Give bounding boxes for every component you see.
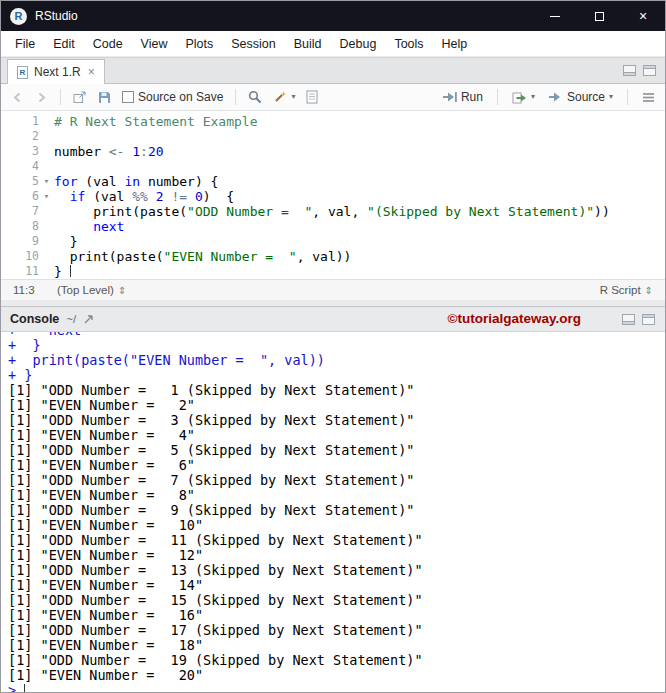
magic-wand-icon (273, 90, 287, 104)
scope-selector[interactable]: (Top Level) ⇕ (57, 284, 126, 296)
line-number: 9 (1, 234, 39, 249)
console-output-line: [1] "EVEN Number = 14" (8, 578, 665, 593)
menu-item-view[interactable]: View (132, 37, 177, 51)
line-number: 3 (1, 144, 39, 159)
editor[interactable]: 1# R Next Statement Example23number <- 1… (1, 111, 665, 279)
menu-item-edit[interactable]: Edit (44, 37, 84, 51)
console-pane: Console ~/ ©tutorialgateway.org + next+ … (1, 306, 665, 692)
line-number: 6 (1, 189, 39, 204)
menu-item-help[interactable]: Help (433, 37, 477, 51)
console-pane-buttons (622, 314, 656, 325)
forward-button[interactable] (32, 89, 51, 106)
console-output-line: [1] "ODD Number = 17 (Skipped by Next St… (8, 623, 665, 638)
code-text: if (val %% 2 != 0) { (54, 189, 234, 204)
toolbar-right-group: Run ▾ Source▾ (439, 88, 658, 106)
tab-close-icon[interactable]: × (88, 65, 95, 79)
code-text: print(paste("EVEN Number = ", val)) (54, 249, 351, 264)
console-input-echo: + } (8, 368, 665, 383)
minimize-button[interactable] (533, 1, 577, 31)
rerun-button[interactable]: ▾ (509, 89, 538, 106)
console-output-line: [1] "EVEN Number = 6" (8, 458, 665, 473)
file-type-selector[interactable]: R Script ⇕ (600, 284, 653, 296)
editor-line-8[interactable]: 8 next (1, 219, 665, 234)
editor-status-bar: 11:3 (Top Level) ⇕ R Script ⇕ (1, 279, 665, 300)
editor-line-11[interactable]: 11} (1, 264, 665, 279)
console-tab-label[interactable]: Console (10, 312, 59, 326)
menu-item-session[interactable]: Session (222, 37, 284, 51)
console-output-line: [1] "EVEN Number = 12" (8, 548, 665, 563)
open-directory-arrow-icon[interactable] (83, 314, 94, 325)
fold-arrow-icon[interactable]: ▾ (39, 189, 54, 204)
editor-line-7[interactable]: 7 print(paste("ODD Number = ", val, "(Sk… (1, 204, 665, 219)
editor-line-1[interactable]: 1# R Next Statement Example (1, 114, 665, 129)
menu-item-code[interactable]: Code (84, 37, 132, 51)
fold-gutter (39, 144, 54, 159)
tab-next1r[interactable]: R Next 1.R × (7, 59, 105, 84)
tab-title: Next 1.R (34, 65, 81, 79)
line-number: 1 (1, 114, 39, 129)
source-tab-strip: R Next 1.R × (1, 57, 665, 84)
popout-icon (73, 91, 87, 104)
editor-line-2[interactable]: 2 (1, 129, 665, 144)
source-on-save-toggle[interactable]: Source on Save (119, 88, 226, 106)
maximize-pane-icon[interactable] (643, 65, 656, 76)
menu-item-tools[interactable]: Tools (385, 37, 432, 51)
fold-arrow-icon[interactable]: ▾ (39, 174, 54, 189)
menu-item-debug[interactable]: Debug (331, 37, 386, 51)
compile-report-button[interactable] (303, 88, 321, 106)
minimize-pane-icon[interactable] (623, 65, 636, 76)
open-in-new-window-button[interactable] (70, 89, 90, 106)
toolbar-separator (60, 89, 61, 105)
menu-item-file[interactable]: File (6, 37, 44, 51)
editor-line-5[interactable]: 5▾for (val in number) { (1, 174, 665, 189)
save-icon (98, 91, 111, 104)
menu-item-plots[interactable]: Plots (176, 37, 222, 51)
source-on-save-checkbox[interactable] (122, 91, 134, 103)
outline-icon (642, 92, 655, 103)
back-button[interactable] (8, 89, 27, 106)
code-text: number <- 1:20 (54, 144, 164, 159)
minimize-pane-icon[interactable] (622, 314, 635, 325)
console-output-line: [1] "ODD Number = 11 (Skipped by Next St… (8, 533, 665, 548)
maximize-button[interactable] (577, 1, 621, 31)
toolbar-separator (235, 89, 236, 105)
maximize-pane-icon[interactable] (642, 314, 655, 325)
editor-line-10[interactable]: 10 print(paste("EVEN Number = ", val)) (1, 249, 665, 264)
code-text: print(paste("ODD Number = ", val, "(Skip… (54, 204, 610, 219)
console-body[interactable]: + next+ }+ print(paste("EVEN Number = ",… (1, 332, 665, 692)
menu-item-build[interactable]: Build (285, 37, 331, 51)
console-output-line: [1] "EVEN Number = 16" (8, 608, 665, 623)
line-number: 7 (1, 204, 39, 219)
editor-line-6[interactable]: 6▾ if (val %% 2 != 0) { (1, 189, 665, 204)
console-output-line: [1] "ODD Number = 1 (Skipped by Next Sta… (8, 383, 665, 398)
source-button[interactable]: Source▾ (545, 88, 616, 106)
search-icon (248, 90, 262, 104)
close-button[interactable]: × (621, 1, 665, 31)
editor-line-3[interactable]: 3number <- 1:20 (1, 144, 665, 159)
find-replace-button[interactable] (245, 88, 265, 106)
editor-line-4[interactable]: 4 (1, 159, 665, 174)
run-icon (442, 91, 457, 103)
editor-line-9[interactable]: 9 } (1, 234, 665, 249)
console-output-line: [1] "ODD Number = 5 (Skipped by Next Sta… (8, 443, 665, 458)
console-output-line: [1] "ODD Number = 9 (Skipped by Next Sta… (8, 503, 665, 518)
line-number: 10 (1, 249, 39, 264)
console-output-line: [1] "ODD Number = 15 (Skipped by Next St… (8, 593, 665, 608)
console-prompt: > (8, 683, 665, 692)
title-bar: R RStudio × (1, 1, 665, 31)
updown-icon: ⇕ (118, 285, 126, 296)
console-output-line: [1] "EVEN Number = 10" (8, 518, 665, 533)
minimize-icon (550, 16, 560, 17)
line-number: 8 (1, 219, 39, 234)
document-outline-button[interactable] (639, 90, 658, 105)
code-tools-button[interactable]: ▾ (270, 88, 298, 106)
console-output-line: [1] "EVEN Number = 2" (8, 398, 665, 413)
save-button[interactable] (95, 89, 114, 106)
run-button[interactable]: Run (439, 88, 486, 106)
console-output-line: [1] "ODD Number = 19 (Skipped by Next St… (8, 653, 665, 668)
watermark: ©tutorialgateway.org (448, 311, 581, 326)
fold-gutter (39, 249, 54, 264)
console-input-echo: + } (8, 338, 665, 353)
text-cursor (70, 265, 71, 277)
forward-arrow-icon (35, 91, 48, 104)
